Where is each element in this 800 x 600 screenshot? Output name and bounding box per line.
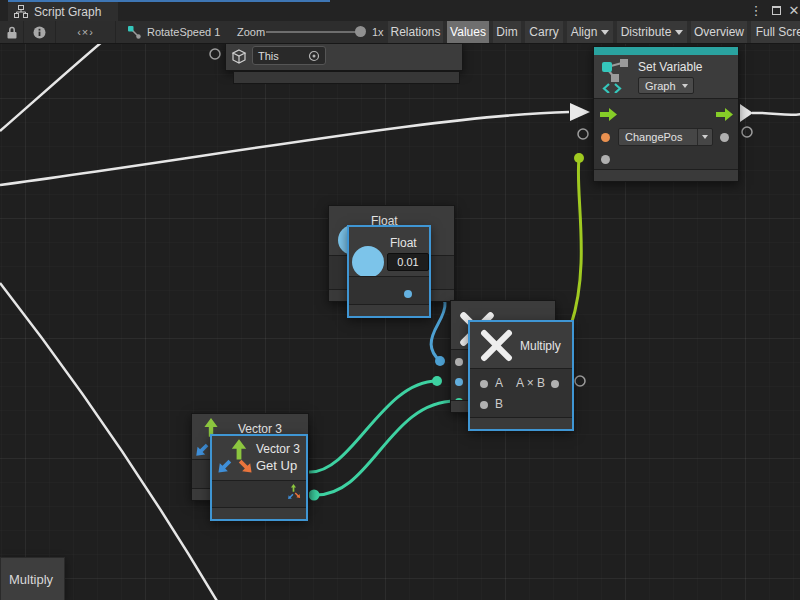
node-float[interactable]: Float 0.01	[347, 225, 431, 318]
wire-endpoint-set-variable-input[interactable]	[574, 153, 584, 163]
float-value: 0.01	[397, 256, 418, 268]
graph-name: RotateSpeed 1	[147, 26, 220, 38]
lock-button[interactable]	[0, 21, 24, 43]
wire-endpoint-vector3-output[interactable]	[309, 490, 320, 501]
variable-name-port[interactable]	[601, 133, 610, 142]
wire-flow-into-set-variable[interactable]	[0, 112, 569, 185]
code-view-button[interactable]: ‹×›	[56, 21, 116, 43]
multiply-input-a-port[interactable]	[455, 378, 463, 386]
align-button[interactable]: Align	[567, 21, 613, 43]
multiply-result-port[interactable]	[551, 380, 559, 388]
vector3-title: Vector 3	[256, 442, 300, 456]
distribute-button[interactable]: Distribute	[617, 21, 687, 43]
variable-scope-dropdown[interactable]: Graph	[638, 77, 694, 94]
relation-port-set-variable-left[interactable]	[578, 129, 588, 139]
overview-label: Overview	[694, 25, 744, 39]
relation-port-multiply-right[interactable]	[575, 376, 585, 386]
gameobject-cube-icon	[231, 49, 247, 65]
relation-port-set-variable-right[interactable]	[742, 127, 752, 137]
graph-tab-icon	[14, 5, 28, 18]
node-set-variable[interactable]: Set Variable Graph ChangePos	[593, 46, 739, 182]
vector3-mini-icon	[285, 484, 302, 501]
multiply-a-label: A	[495, 376, 503, 390]
node-this-footer[interactable]	[233, 71, 460, 84]
chevron-down-icon	[601, 30, 609, 35]
float-value-field[interactable]: 0.01	[387, 253, 429, 271]
dim-label: Dim	[496, 25, 517, 39]
multiply-tooltip-label: Multiply	[9, 572, 53, 587]
this-object-field[interactable]: This	[252, 46, 326, 65]
flow-out-arrow-icon[interactable]	[716, 108, 733, 121]
values-label: Values	[450, 25, 486, 39]
set-variable-accent-strip	[594, 47, 738, 55]
node-multiply[interactable]: Multiply A A × B B	[468, 320, 574, 431]
object-picker-icon[interactable]	[308, 50, 320, 62]
multiply-title: Multiply	[520, 339, 561, 353]
maximize-icon	[772, 6, 781, 15]
variable-name-dropdown[interactable]: ChangePos	[618, 128, 713, 146]
carry-button[interactable]: Carry	[525, 21, 563, 43]
relations-button[interactable]: Relations	[388, 21, 443, 43]
multiply-a-port[interactable]	[480, 380, 488, 388]
set-variable-body: ChangePos	[594, 98, 738, 173]
multiply-result-label: A × B	[516, 376, 545, 390]
set-variable-title: Set Variable	[638, 60, 702, 74]
full-screen-button[interactable]: Full Screen	[751, 21, 800, 43]
graph-toolbar: ‹×› RotateSpeed 1 Zoom 1x Relations Valu…	[0, 21, 800, 44]
code-brackets-icon: ‹×›	[77, 26, 94, 38]
variable-name-value: ChangePos	[619, 131, 697, 143]
variable-value-port[interactable]	[601, 155, 610, 164]
kebab-menu-icon: ⋮	[750, 3, 763, 18]
variable-scope-value: Graph	[639, 80, 682, 92]
wire-flow-offscreen-bottom[interactable]	[0, 283, 217, 600]
set-variable-footer	[594, 169, 738, 181]
chevron-down-icon	[675, 30, 683, 35]
multiply-footer	[470, 417, 572, 429]
wire-flow-offscreen-left[interactable]	[0, 44, 103, 131]
multiply-tooltip: Multiply	[0, 557, 65, 600]
relations-label: Relations	[390, 25, 440, 39]
multiply-b-label: B	[495, 397, 503, 411]
overview-button[interactable]: Overview	[691, 21, 747, 43]
arrow-down-left-icon	[215, 457, 234, 476]
values-button[interactable]: Values	[447, 21, 489, 43]
float-title: Float	[390, 236, 417, 250]
align-label: Align	[571, 25, 598, 39]
wire-endpoint-multiply-a[interactable]	[435, 356, 445, 366]
script-graph-asset-icon	[128, 26, 141, 39]
flow-in-arrow-icon[interactable]	[600, 108, 617, 121]
float-output-port[interactable]	[404, 290, 412, 298]
dropdown-caret-cell[interactable]	[697, 129, 712, 145]
flow-arrow-in	[570, 103, 590, 121]
node-this[interactable]: This	[225, 44, 463, 71]
wire-multiply-to-set-variable[interactable]	[571, 159, 581, 325]
info-button[interactable]	[24, 21, 56, 43]
vector3-operation: Get Up	[256, 458, 297, 473]
window-maximize-button[interactable]	[768, 2, 784, 18]
tab-title: Script Graph	[34, 5, 101, 19]
window-menu-button[interactable]: ⋮	[748, 2, 764, 18]
graph-canvas[interactable]: This Float Float 0.01	[0, 44, 800, 600]
multiply-b-port[interactable]	[480, 401, 488, 409]
graph-variable-icon	[602, 59, 630, 93]
window-close-button[interactable]: ✕	[786, 2, 800, 18]
variable-output-port[interactable]	[720, 133, 729, 142]
relation-port-this[interactable]	[210, 49, 220, 59]
carry-label: Carry	[529, 25, 558, 39]
wire-flow-out-of-set-variable[interactable]	[752, 113, 800, 115]
zoom-slider-handle[interactable]	[355, 26, 366, 37]
float-icon	[352, 246, 384, 278]
script-graph-window: Script Graph ⋮ ✕ ‹×›	[0, 0, 800, 600]
node-vector3-get-up[interactable]: Vector 3 Get Up	[210, 434, 308, 521]
multiply-input-port[interactable]	[455, 358, 463, 366]
dim-button[interactable]: Dim	[493, 21, 521, 43]
zoom-label: Zoom	[237, 26, 265, 38]
chevron-down-icon	[702, 135, 708, 139]
tab-script-graph[interactable]: Script Graph	[8, 2, 118, 21]
zoom-slider-track[interactable]	[266, 31, 358, 33]
graph-breadcrumb[interactable]: RotateSpeed 1	[128, 21, 220, 43]
multiply-body: A A × B B	[470, 368, 572, 420]
zoom-value: 1x	[372, 26, 384, 38]
wire-endpoint-multiply-b[interactable]	[432, 376, 442, 386]
wire-vector3-front-to-multiply[interactable]	[314, 401, 456, 495]
